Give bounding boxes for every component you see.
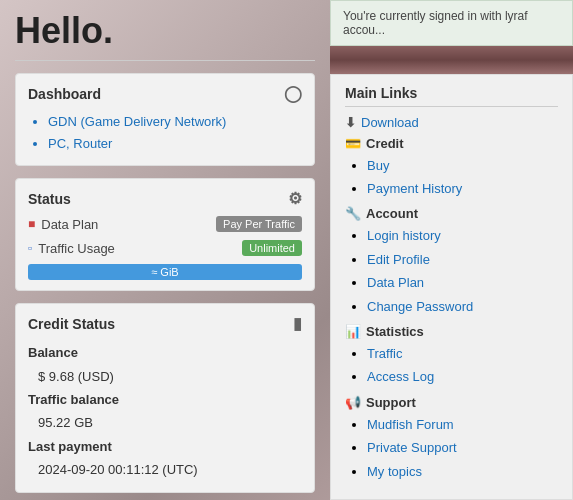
list-item: Change Password [367, 295, 558, 318]
traffic-progress-bar: ≈ GiB [28, 264, 302, 280]
main-links-title: Main Links [345, 85, 558, 107]
right-panel: You're currently signed in with lyraf ac… [330, 0, 573, 500]
traffic-usage-row: ▫ Traffic Usage Unlimited [28, 240, 302, 256]
balance-value: $ 9.68 (USD) [28, 365, 302, 388]
download-link[interactable]: Download [361, 115, 419, 130]
chart-icon: 📊 [345, 324, 361, 339]
statistics-section-label: Statistics [366, 324, 424, 339]
gear-icon[interactable]: ⚙ [288, 189, 302, 208]
credit-title: Credit Status [28, 316, 115, 332]
traffic-balance-row: Traffic balance 95.22 GB [28, 388, 302, 435]
list-item: Traffic [367, 342, 558, 365]
list-item: Payment History [367, 177, 558, 200]
balance-label: Balance [28, 345, 78, 360]
login-history-link[interactable]: Login history [367, 228, 441, 243]
dashboard-card-header: Dashboard ◯ [28, 84, 302, 103]
credit-status-card: Credit Status ▮ Balance $ 9.68 (USD) Tra… [15, 303, 315, 492]
list-item[interactable]: PC, Router [48, 133, 302, 155]
account-section-header: 🔧 Account [345, 206, 558, 221]
support-sub-list: Mudfish Forum Private Support My topics [345, 413, 558, 483]
mudfish-forum-link[interactable]: Mudfish Forum [367, 417, 454, 432]
traffic-balance-label: Traffic balance [28, 392, 119, 407]
edit-profile-link[interactable]: Edit Profile [367, 252, 430, 267]
dashboard-list: GDN (Game Delivery Network) PC, Router [28, 111, 302, 155]
account-section: 🔧 Account Login history Edit Profile Dat… [345, 206, 558, 318]
data-plan-badge: Pay Per Traffic [216, 216, 302, 232]
signed-in-bar: You're currently signed in with lyraf ac… [330, 0, 573, 46]
payment-history-link[interactable]: Payment History [367, 181, 462, 196]
traffic-balance-value: 95.22 GB [28, 411, 302, 434]
my-topics-link[interactable]: My topics [367, 464, 422, 479]
credit-section-header: 💳 Credit [345, 136, 558, 151]
credit-card-header: Credit Status ▮ [28, 314, 302, 333]
statistics-sub-list: Traffic Access Log [345, 342, 558, 389]
balance-row: Balance $ 9.68 (USD) [28, 341, 302, 388]
pc-router-link[interactable]: PC, Router [48, 136, 112, 151]
main-links-box: Main Links ⬇ Download 💳 Credit Buy [330, 74, 573, 500]
account-sub-list: Login history Edit Profile Data Plan Cha… [345, 224, 558, 318]
last-payment-row: Last payment 2024-09-20 00:11:12 (UTC) [28, 435, 302, 482]
gdn-link[interactable]: GDN (Game Delivery Network) [48, 114, 226, 129]
traffic-icon: ▫ [28, 241, 32, 255]
list-item: Data Plan [367, 271, 558, 294]
megaphone-icon: 📢 [345, 395, 361, 410]
statistics-section-header: 📊 Statistics [345, 324, 558, 339]
dashboard-card: Dashboard ◯ GDN (Game Delivery Network) … [15, 73, 315, 166]
signed-in-text: You're currently signed in with lyraf ac… [343, 9, 528, 37]
data-plan-row: ■ Data Plan Pay Per Traffic [28, 216, 302, 232]
list-item: Mudfish Forum [367, 413, 558, 436]
buy-link[interactable]: Buy [367, 158, 389, 173]
support-section: 📢 Support Mudfish Forum Private Support … [345, 395, 558, 483]
traffic-bar-text: ≈ GiB [151, 266, 178, 278]
list-item: Login history [367, 224, 558, 247]
support-section-header: 📢 Support [345, 395, 558, 410]
data-plan-text: Data Plan [41, 217, 98, 232]
profile-area [330, 46, 573, 74]
access-log-link[interactable]: Access Log [367, 369, 434, 384]
wrench-icon: 🔧 [345, 206, 361, 221]
status-card: Status ⚙ ■ Data Plan Pay Per Traffic ▫ T… [15, 178, 315, 291]
download-section: ⬇ Download [345, 115, 558, 130]
change-password-link[interactable]: Change Password [367, 299, 473, 314]
traffic-usage-label: ▫ Traffic Usage [28, 241, 115, 256]
data-plan-icon: ■ [28, 217, 35, 231]
credit-section: 💳 Credit Buy Payment History [345, 136, 558, 201]
credit-icon: 💳 [345, 136, 361, 151]
support-section-label: Support [366, 395, 416, 410]
credit-sub-list: Buy Payment History [345, 154, 558, 201]
private-support-link[interactable]: Private Support [367, 440, 457, 455]
credit-card-icon: ▮ [293, 314, 302, 333]
list-item: Private Support [367, 436, 558, 459]
traffic-badge: Unlimited [242, 240, 302, 256]
traffic-link[interactable]: Traffic [367, 346, 402, 361]
download-header: ⬇ Download [345, 115, 558, 130]
account-section-label: Account [366, 206, 418, 221]
credit-section-label: Credit [366, 136, 404, 151]
download-icon: ⬇ [345, 115, 356, 130]
dashboard-title: Dashboard [28, 86, 101, 102]
list-item: Access Log [367, 365, 558, 388]
list-item: My topics [367, 460, 558, 483]
settings-icon[interactable]: ◯ [284, 84, 302, 103]
traffic-usage-text: Traffic Usage [38, 241, 115, 256]
last-payment-value: 2024-09-20 00:11:12 (UTC) [28, 458, 302, 481]
last-payment-label: Last payment [28, 439, 112, 454]
page-greeting: Hello. [15, 0, 315, 61]
list-item[interactable]: GDN (Game Delivery Network) [48, 111, 302, 133]
status-card-header: Status ⚙ [28, 189, 302, 208]
status-title: Status [28, 191, 71, 207]
statistics-section: 📊 Statistics Traffic Access Log [345, 324, 558, 389]
data-plan-label: ■ Data Plan [28, 217, 98, 232]
list-item: Edit Profile [367, 248, 558, 271]
data-plan-link[interactable]: Data Plan [367, 275, 424, 290]
credit-rows: Balance $ 9.68 (USD) Traffic balance 95.… [28, 341, 302, 481]
list-item: Buy [367, 154, 558, 177]
